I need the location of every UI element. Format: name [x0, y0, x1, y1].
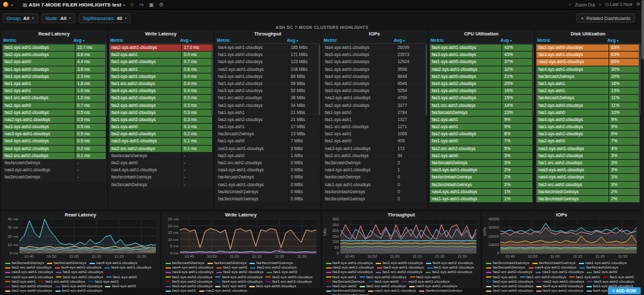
table-row[interactable]: fas2-sys-ash19% [430, 124, 533, 130]
table-scrollbar[interactable] [425, 44, 427, 115]
table-row[interactable]: nas1-sys-ash1-cloudsys4% [536, 146, 639, 152]
table-row[interactable]: fas3-sys-ash1-cloudsys23573 [323, 52, 426, 58]
legend-item[interactable]: fas4-sys-ash1-cloudsys [215, 280, 262, 284]
table-row[interactable]: fas1-sys-ash0-cloudsys63% [536, 44, 639, 51]
table-row[interactable]: fas1-sys-ash0-cloudsys0.7 ms [110, 59, 213, 65]
legend-item[interactable]: nas2-sys-ash1-cloudsys [326, 265, 374, 270]
table-row[interactable]: fas3-sys-ash1-cloudsys63% [536, 52, 639, 58]
legend-item[interactable]: fas1-sys-ash0 [106, 275, 137, 280]
table-row[interactable]: fas1-src-ash2-cloudsys3% [536, 160, 639, 166]
legend-item[interactable]: fas1-sys-ash0 [267, 270, 297, 274]
table-row[interactable]: nas4-sys-ash1-cloudsys1 [323, 167, 426, 173]
table-row[interactable]: fas4-sys-ash2-cloudsys20% [430, 81, 533, 87]
panel-title[interactable]: Throughput [322, 211, 481, 218]
table-row[interactable]: fas3-sys-ash2-cloudsys5254 [323, 88, 426, 94]
table-row[interactable]: fas3srcash2winsys20% [536, 73, 639, 80]
table-row[interactable]: fas1-sys-ash11.8 ms [3, 81, 106, 87]
legend-item[interactable]: fas3srcash2winsys [166, 261, 204, 265]
table-row[interactable]: fas4srcash2winsys- [110, 153, 213, 159]
table-row[interactable]: fas2-sys-ash0-cloudsys11% [536, 102, 639, 109]
legend-item[interactable]: fas3-sys-ash2-cloudsys [166, 280, 213, 284]
legend-item[interactable]: fas1-sys-ash0-cloudsys [376, 261, 423, 265]
related-dashboards-button[interactable]: ≡ Related Dashboards [576, 14, 635, 23]
table-row[interactable]: fas2-src-ash2-cloudsys0 MBs [216, 160, 319, 166]
variable-dropdown-group[interactable]: Group:All▼ [3, 14, 38, 23]
share-icon[interactable]: ↪ [139, 2, 144, 8]
table-row[interactable]: fas2-sys-ash04.4 ms [3, 59, 106, 65]
column-header-metric[interactable]: Metric [537, 37, 607, 43]
table-row[interactable]: fas3-sys-ash2-cloudsys0.5 ms [3, 124, 106, 130]
legend-item[interactable]: fas1-sys-ash1 [88, 280, 119, 284]
table-row[interactable]: nas2-sys-ash1-cloudsys0.5 ms [3, 117, 106, 123]
table-row[interactable]: fas4-sys-ash2-cloudsys8848 [323, 73, 426, 80]
legend-item[interactable]: nas4-sys-ash1-cloudsys [529, 265, 576, 270]
table-row[interactable]: fas2-src-ash2-cloudsys0.1 ms [110, 146, 213, 152]
legend-item[interactable]: fas4-sys-ash2-cloudsys [55, 265, 102, 270]
legend-item[interactable]: fas3srcintash1winsys [486, 261, 529, 265]
legend-item[interactable]: fas3-sys-ash1-cloudsys [377, 265, 424, 270]
table-row[interactable]: fas1-sys-ash2-cloudsys19% [430, 88, 533, 94]
legend-item[interactable]: fas3-sys-ash2-cloudsys [326, 270, 373, 274]
table-row[interactable]: fas3srcash2winsys- [110, 182, 213, 188]
table-row[interactable]: fas1-sys-ash07 MBs [216, 138, 319, 144]
legend-item[interactable]: fas4srcash2winsys [208, 261, 246, 265]
table-row[interactable]: fas3srcintash1winsys0 [323, 196, 426, 202]
legend-item[interactable]: fas1-src-ash2-cloudsys [376, 270, 422, 274]
table-row[interactable]: fas1-src-ash2-cloudsys14% [430, 102, 533, 109]
zoom-out-button[interactable]: Zoom Out [575, 3, 595, 7]
panel-title[interactable]: IOPs [322, 30, 427, 37]
table-row[interactable]: fas4srcintash1winsys0 MBs [216, 189, 319, 195]
table-row[interactable]: nas3-sys-ash1-cloudsys172 [323, 146, 426, 152]
table-row[interactable]: fas1-sys-ash2-cloudsys59 MBs [216, 81, 319, 87]
dashboard-title[interactable]: ASH 7-MODE FILER HIGHLIGHTS test [29, 2, 122, 8]
settings-gear-icon[interactable]: ⚙ [159, 2, 164, 8]
table-row[interactable]: fas2-sys-ash113% [536, 88, 639, 94]
table-row[interactable]: fas2-src-ash2-cloudsys54 [323, 153, 426, 159]
column-header-metric[interactable]: Metric [431, 37, 501, 43]
legend-item[interactable]: fas2-sys-ash1 [486, 275, 516, 280]
legend-item[interactable]: fas2-sys-ash1 [5, 280, 35, 284]
table-row[interactable]: fas2-sys-ash0-cloudsys21% [430, 73, 533, 80]
legend-item[interactable]: fas1-sys-ash0 [368, 280, 398, 284]
table-row[interactable]: fas2-sys-ash2-cloudsys3% [536, 153, 639, 159]
table-row[interactable]: nas3-sys-ash1-cloudsys0.5 ms [3, 131, 106, 137]
plot-area[interactable]: 40 ms30 ms20 ms10 ms0 ms [19, 219, 156, 254]
table-row[interactable]: nas2-sys-ash1-cloudsys4769 [323, 95, 426, 101]
table-row[interactable]: nas3-sys-ash1-cloudsys0.1 ms [110, 138, 213, 144]
legend-item[interactable]: nas4-sys-ash1-cloudsys [166, 265, 213, 270]
table-row[interactable]: nas3-sys-ash1-cloudsys3 MBs [216, 146, 319, 152]
table-scrollbar[interactable] [532, 44, 534, 115]
table-row[interactable]: fas3srcash2winsys- [3, 174, 106, 180]
table-row[interactable]: fas4-sys-ash2-cloudsys0.2 ms [3, 146, 106, 152]
table-row[interactable]: fas1-sys-ash2-cloudsys6546 [323, 81, 426, 87]
column-header-avg[interactable]: Avg ▾ [180, 37, 211, 43]
refresh-icon[interactable]: ⟳ [636, 2, 640, 7]
legend-item[interactable]: nas3-sys-ash1-cloudsys [5, 270, 53, 274]
legend-item[interactable]: fas1-src-ash2-cloudsys [520, 275, 567, 280]
legend-item[interactable]: fas4srcash2winsys [47, 261, 86, 265]
panel-title[interactable]: Write Latency [162, 211, 320, 218]
table-row[interactable]: fas2-sys-ash0-cloudsys12924 [323, 59, 426, 65]
table-row[interactable]: fas2-sys-ash0-cloudsys0.3 ms [110, 102, 213, 109]
table-row[interactable]: fas1-src-ash2-cloudsys1.0 ms [3, 95, 106, 101]
plot-area[interactable]: 25 ms20 ms15 ms10 ms5 ms0 ms [180, 219, 317, 254]
table-row[interactable]: fas4-sys-ash1-cloudsys30% [536, 66, 639, 73]
table-row[interactable]: fas1-sys-ash121 MBs [216, 109, 319, 116]
table-row[interactable]: nas4-sys-ash1-cloudsys- [3, 167, 106, 173]
table-row[interactable]: fas1-sys-ash00.3 ms [110, 124, 213, 130]
panel-title[interactable]: Write Latency [108, 30, 214, 37]
table-row[interactable]: fas1-sys-ash00.7 ms [3, 102, 106, 109]
legend-item[interactable]: fas4-sys-ash2-cloudsys [426, 261, 473, 265]
table-row[interactable]: fas1-src-ash2-cloudsys1271 [323, 124, 426, 130]
dashboard-row-title[interactable]: ASH DC 7-MODE CLUSTERS HIGHLIGHTS [0, 25, 644, 30]
time-range-picker[interactable]: ◷ Last 1 hour [605, 2, 632, 7]
panel-title[interactable]: IOPs [482, 211, 641, 218]
legend-item[interactable]: fas1-sys-ash1 [326, 275, 356, 280]
panel-title[interactable]: Throughput [215, 30, 320, 37]
panel-title[interactable]: Read Latency [1, 30, 107, 37]
legend-item[interactable]: fas1-src-ash2-cloudsys [266, 280, 312, 284]
time-shift-back-button[interactable]: ‹ [569, 1, 571, 8]
table-row[interactable]: fas2-sys-ash2-cloudsys3377 [323, 102, 426, 109]
table-row[interactable]: fas2-sys-ash01 MBs [216, 153, 319, 159]
legend-item[interactable]: fas2-sys-ash2-cloudsys [486, 280, 533, 284]
